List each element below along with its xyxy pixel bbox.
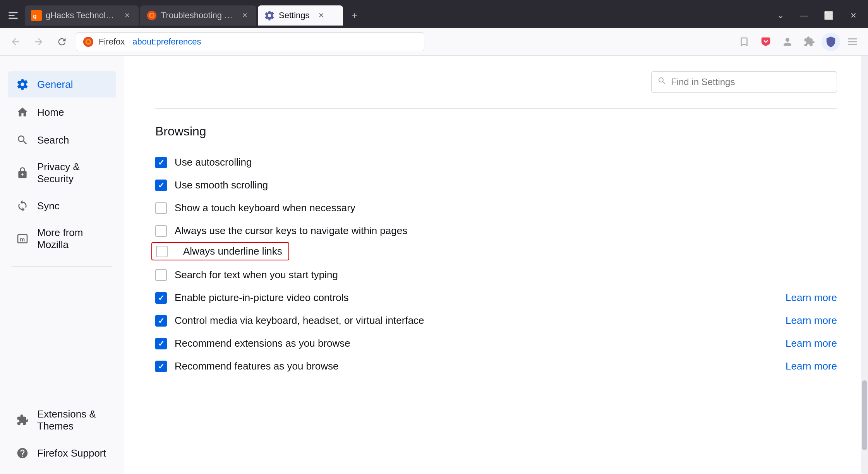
pip-checkbox[interactable] xyxy=(155,292,167,304)
sidebar-item-search[interactable]: Search xyxy=(8,127,116,153)
sidebar-item-extensions-label: Extensions & Themes xyxy=(37,408,108,432)
bookmark-button[interactable] xyxy=(735,33,753,51)
cursor-checkbox[interactable] xyxy=(155,225,167,237)
media-row: Control media via keyboard, headset, or … xyxy=(155,309,837,332)
pip-label: Enable picture-in-picture video controls xyxy=(175,292,773,304)
sidebar-item-mozilla[interactable]: m More from Mozilla xyxy=(8,221,116,257)
textsearch-checkbox[interactable] xyxy=(155,269,167,281)
sidebar-item-sync[interactable]: Sync xyxy=(8,193,116,219)
home-icon xyxy=(15,105,29,119)
underline-label: Always underline links xyxy=(183,245,282,257)
textsearch-row: Search for text when you start typing xyxy=(155,264,837,286)
pip-learn-more[interactable]: Learn more xyxy=(786,292,837,304)
settings-search-input[interactable] xyxy=(651,71,837,93)
section-divider xyxy=(155,108,837,109)
list-tabs-button[interactable]: ⌄ xyxy=(770,5,791,26)
scrollbar-track[interactable] xyxy=(861,56,868,474)
sidebar-item-general-label: General xyxy=(37,79,73,91)
sidebar-item-general[interactable]: General xyxy=(8,71,116,98)
lock-icon xyxy=(15,166,29,180)
extensions-button[interactable] xyxy=(800,33,818,51)
recfeat-label: Recommend features as you browse xyxy=(175,360,773,372)
sidebar-item-privacy[interactable]: Privacy & Security xyxy=(8,155,116,191)
sidebar-toggle-button[interactable] xyxy=(3,5,23,26)
search-icon xyxy=(15,133,29,147)
sidebar: General Home Search Pri xyxy=(0,56,124,474)
restore-button[interactable]: ⬜ xyxy=(817,5,840,26)
address-url: about:preferences xyxy=(132,37,201,47)
extensions-sidebar-icon xyxy=(15,413,29,427)
recext-learn-more[interactable]: Learn more xyxy=(786,337,837,349)
sidebar-item-home[interactable]: Home xyxy=(8,99,116,125)
new-tab-button[interactable]: + xyxy=(345,5,365,26)
recext-checkbox[interactable] xyxy=(155,338,167,349)
recfeat-learn-more[interactable]: Learn more xyxy=(786,360,837,372)
close-window-button[interactable]: ✕ xyxy=(842,5,865,26)
sidebar-item-home-label: Home xyxy=(37,106,64,118)
pocket-button[interactable] xyxy=(756,33,775,51)
autoscroll-checkbox[interactable] xyxy=(155,157,167,168)
firefox-logo-icon xyxy=(82,36,94,48)
sidebar-item-support[interactable]: Firefox Support xyxy=(8,440,116,466)
address-prefix: Firefox xyxy=(99,37,125,47)
touch-row: Show a touch keyboard when necessary xyxy=(155,197,837,219)
underline-row: Always underline links xyxy=(151,242,289,260)
tab-settings-close[interactable]: ✕ xyxy=(316,10,327,21)
svg-text:m: m xyxy=(20,236,25,243)
forward-button[interactable] xyxy=(29,33,48,51)
cursor-label: Always use the cursor keys to navigate w… xyxy=(175,225,837,237)
svg-rect-13 xyxy=(848,44,857,45)
smooth-checkbox[interactable] xyxy=(155,180,167,191)
underline-checkbox[interactable] xyxy=(156,246,168,257)
svg-rect-2 xyxy=(9,18,17,19)
sidebar-item-mozilla-label: More from Mozilla xyxy=(37,227,108,251)
scrollbar-thumb[interactable] xyxy=(862,380,867,450)
refresh-button[interactable] xyxy=(53,33,71,51)
tab-settings[interactable]: Settings ✕ xyxy=(258,5,343,26)
tab-troubleshooting-title: Troubleshooting Information xyxy=(161,10,233,21)
mozilla-icon: m xyxy=(15,232,29,246)
shield-icon[interactable] xyxy=(822,33,840,51)
menu-button[interactable] xyxy=(843,33,862,51)
tab-troubleshooting-close[interactable]: ✕ xyxy=(239,10,250,21)
address-bar[interactable]: Firefox about:preferences xyxy=(76,33,424,51)
media-learn-more[interactable]: Learn more xyxy=(786,315,837,327)
pip-row: Enable picture-in-picture video controls… xyxy=(155,286,837,309)
cursor-row: Always use the cursor keys to navigate w… xyxy=(155,219,837,242)
back-button[interactable] xyxy=(6,33,25,51)
touch-checkbox[interactable] xyxy=(155,202,167,214)
sidebar-item-privacy-label: Privacy & Security xyxy=(37,161,108,185)
autoscroll-label: Use autoscrolling xyxy=(175,156,837,168)
svg-rect-1 xyxy=(9,15,14,16)
sidebar-item-extensions[interactable]: Extensions & Themes xyxy=(8,402,116,438)
recfeat-row: Recommend features as you browse Learn m… xyxy=(155,355,837,378)
recext-row: Recommend extensions as you browse Learn… xyxy=(155,332,837,355)
support-icon xyxy=(15,446,29,460)
sidebar-divider xyxy=(12,266,112,267)
tab-ghacks-title: gHacks Technology News and A xyxy=(46,10,115,21)
sidebar-item-search-label: Search xyxy=(37,134,69,146)
smooth-row: Use smooth scrolling xyxy=(155,174,837,197)
settings-search-container xyxy=(155,71,837,93)
svg-rect-0 xyxy=(9,12,17,14)
tab-ghacks[interactable]: g gHacks Technology News and A ✕ xyxy=(25,5,139,26)
tab-troubleshooting-favicon xyxy=(146,10,157,21)
sidebar-bottom: Extensions & Themes Firefox Support xyxy=(8,402,116,466)
smooth-label: Use smooth scrolling xyxy=(175,179,837,191)
settings-content: Browsing Use autoscrolling Use smooth sc… xyxy=(124,56,868,393)
tab-ghacks-close[interactable]: ✕ xyxy=(122,10,132,21)
tab-settings-title: Settings xyxy=(279,10,310,21)
svg-rect-12 xyxy=(848,41,857,42)
recfeat-checkbox[interactable] xyxy=(155,361,167,372)
textsearch-label: Search for text when you start typing xyxy=(175,269,837,281)
sidebar-item-sync-label: Sync xyxy=(37,200,60,212)
recext-label: Recommend extensions as you browse xyxy=(175,337,773,349)
tab-ghacks-favicon: g xyxy=(31,10,42,21)
sync-icon xyxy=(15,199,29,213)
media-checkbox[interactable] xyxy=(155,315,167,327)
touch-label: Show a touch keyboard when necessary xyxy=(175,202,837,214)
tab-troubleshooting[interactable]: Troubleshooting Information ✕ xyxy=(140,5,256,26)
browsing-section-title: Browsing xyxy=(155,124,837,139)
minimize-button[interactable]: — xyxy=(792,5,815,26)
profile-button[interactable] xyxy=(778,33,797,51)
